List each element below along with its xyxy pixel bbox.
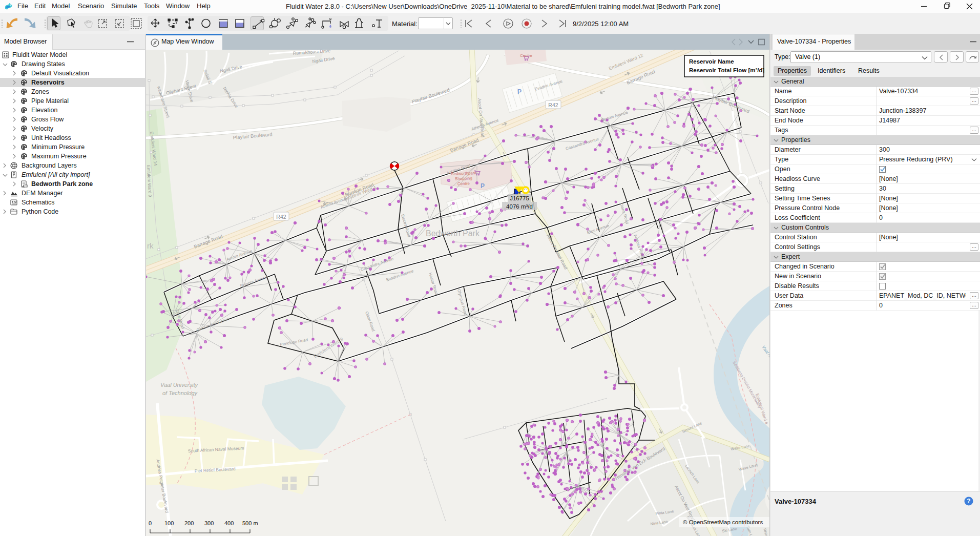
svg-text:Bedworthpark: Bedworthpark bbox=[451, 171, 477, 176]
svg-text:?: ? bbox=[967, 498, 970, 505]
svg-text:0: 0 bbox=[149, 520, 152, 526]
svg-text:4076 m³/d: 4076 m³/d bbox=[506, 203, 533, 210]
svg-text:200: 200 bbox=[184, 520, 194, 526]
svg-text:100: 100 bbox=[164, 520, 174, 526]
svg-text:Centre: Centre bbox=[457, 181, 470, 187]
svg-text:P: P bbox=[481, 182, 485, 190]
svg-text:R42: R42 bbox=[276, 214, 286, 220]
svg-text:Reservoir Total Flow [m³/d]: Reservoir Total Flow [m³/d] bbox=[689, 67, 765, 73]
svg-text:400: 400 bbox=[224, 520, 234, 526]
svg-text:© OpenStreetMap contributors: © OpenStreetMap contributors bbox=[683, 519, 763, 525]
svg-text:R42: R42 bbox=[548, 102, 558, 108]
svg-text:300: 300 bbox=[204, 520, 214, 526]
svg-text:Vaal University: Vaal University bbox=[160, 382, 198, 388]
svg-text:J16775: J16775 bbox=[510, 195, 529, 201]
svg-text:rk: rk bbox=[147, 241, 154, 250]
svg-text:P: P bbox=[517, 88, 522, 95]
svg-text:Centre: Centre bbox=[520, 53, 533, 58]
svg-text:of Technology: of Technology bbox=[162, 390, 198, 396]
svg-text:Bedworth Park: Bedworth Park bbox=[426, 229, 480, 238]
svg-text:Reservoir Name: Reservoir Name bbox=[689, 58, 734, 65]
svg-text:500 m: 500 m bbox=[242, 520, 258, 526]
svg-text:Shopping: Shopping bbox=[455, 176, 472, 181]
